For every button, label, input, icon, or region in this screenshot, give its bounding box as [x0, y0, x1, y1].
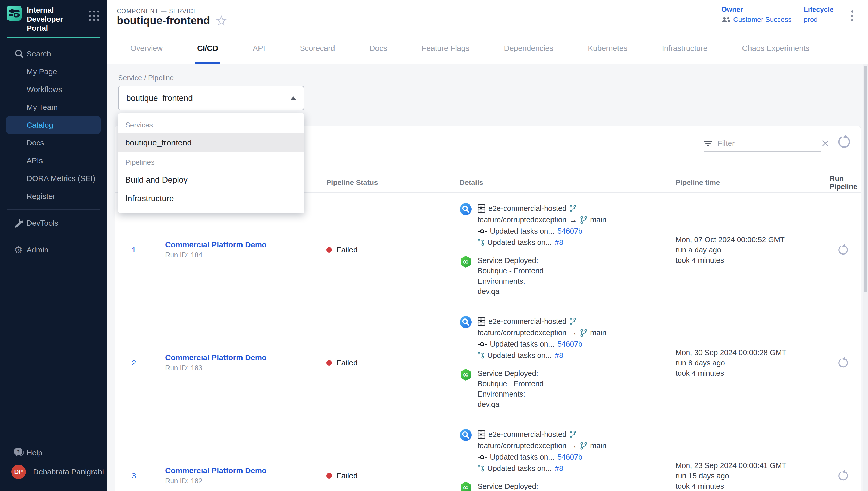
tab-docs[interactable]: Docs: [368, 44, 389, 64]
logo-glyph: [8, 7, 20, 19]
menu-item-infrastructure[interactable]: Infrastructure: [118, 189, 304, 208]
help-chat-icon: ?: [14, 447, 25, 458]
details-cell: e2e-commercial-hosted feature/corruptede…: [460, 429, 676, 491]
status-text: Failed: [337, 358, 358, 367]
refresh-icon[interactable]: [837, 134, 851, 149]
sidebar-item-my-team[interactable]: My Team: [0, 98, 107, 116]
pipeline-link[interactable]: Commercial Platform Demo: [165, 353, 326, 362]
tab-scorecard[interactable]: Scorecard: [298, 44, 337, 64]
col-details: Details: [460, 178, 676, 187]
table-body: 1 Commercial Platform Demo Run ID: 184 F…: [115, 194, 861, 491]
apps-grid-icon[interactable]: [88, 9, 100, 22]
run-pipeline-cell: [830, 357, 861, 369]
time-line: took 4 minutes: [676, 368, 830, 378]
tab-cicd[interactable]: CI/CD: [195, 44, 220, 64]
col-pipeline-status: Pipeline Status: [326, 178, 460, 187]
cicd-content: Service / Pipeline boutique_frontend: [107, 64, 868, 491]
ci-stage-icon: [460, 203, 472, 248]
sidebar-item-my-page[interactable]: My Page: [0, 63, 107, 81]
tab-api[interactable]: API: [251, 44, 267, 64]
menu-item-boutique-frontend[interactable]: boutique_frontend: [118, 133, 304, 152]
menu-item-build-and-deploy[interactable]: Build and Deploy: [118, 170, 304, 189]
rerun-pipeline-icon[interactable]: [837, 470, 849, 482]
run-pipeline-cell: [830, 470, 861, 482]
sidebar-item-docs[interactable]: Docs: [0, 134, 107, 152]
sidebar-item-workflows[interactable]: Workflows: [0, 81, 107, 98]
arrow-glyph: →: [569, 215, 577, 224]
arrow-glyph: →: [569, 441, 577, 450]
tab-overview[interactable]: Overview: [128, 44, 165, 64]
sidebar-item-apis[interactable]: APIs: [0, 152, 107, 169]
tab-infrastructure[interactable]: Infrastructure: [660, 44, 710, 64]
run-id: Run ID: 182: [165, 477, 326, 485]
time-line: took 4 minutes: [676, 255, 830, 265]
user-name: Debabrata Panigrahi: [33, 467, 104, 476]
help-button[interactable]: ? Help: [0, 444, 107, 462]
pr-number-link[interactable]: #8: [555, 351, 563, 360]
pr-message: Updated tasks on...: [487, 464, 552, 473]
rerun-pipeline-icon[interactable]: [837, 244, 849, 256]
deploy-line: Service Deployed:: [477, 482, 544, 491]
tab-dependencies[interactable]: Dependencies: [502, 44, 555, 64]
tab-chaos-experiments[interactable]: Chaos Experiments: [740, 44, 811, 64]
target-branch[interactable]: main: [590, 215, 607, 224]
source-branch[interactable]: feature/corruptedexception: [477, 328, 566, 337]
pipeline-link[interactable]: Commercial Platform Demo: [165, 466, 326, 475]
clear-filter-icon[interactable]: [822, 140, 829, 147]
sidebar: Internal Developer Portal Search M: [0, 0, 107, 491]
commit-sha-link[interactable]: 54607b: [557, 340, 583, 348]
svg-text:∞: ∞: [463, 257, 468, 266]
scrollbar-thumb[interactable]: [864, 65, 867, 292]
target-branch[interactable]: main: [590, 441, 607, 450]
more-options-kebab-icon[interactable]: [849, 9, 855, 23]
vertical-scrollbar[interactable]: [863, 64, 868, 491]
git-branch-icon: [569, 205, 576, 212]
git-branch-icon: [569, 431, 576, 438]
pipeline-link[interactable]: Commercial Platform Demo: [165, 240, 326, 249]
menu-group-services: Services: [118, 117, 304, 133]
pipeline-select[interactable]: boutique_frontend: [118, 86, 304, 110]
cd-stage-icon: ∞: [460, 482, 472, 491]
favorite-star-icon[interactable]: [216, 15, 227, 26]
tab-feature-flags[interactable]: Feature Flags: [420, 44, 471, 64]
tab-kubernetes[interactable]: Kubernetes: [586, 44, 629, 64]
user-menu[interactable]: DP Debabrata Panigrahi: [0, 462, 107, 482]
cd-stage-icon: ∞: [460, 256, 472, 297]
target-branch[interactable]: main: [590, 328, 607, 337]
pipeline-picker-menu: Services boutique_frontend Pipelines Bui…: [118, 113, 304, 213]
filter-input[interactable]: [717, 139, 817, 148]
commit-sha-link[interactable]: 54607b: [557, 227, 583, 235]
repo-name[interactable]: e2e-commercial-hosted: [488, 317, 566, 326]
rerun-pipeline-icon[interactable]: [837, 357, 849, 369]
sidebar-item-catalog[interactable]: Catalog: [6, 116, 100, 134]
time-line: run 8 days ago: [676, 358, 830, 368]
repo-name[interactable]: e2e-commercial-hosted: [488, 430, 566, 439]
commit-sha-link[interactable]: 54607b: [557, 453, 583, 461]
pr-number-link[interactable]: #8: [555, 238, 563, 247]
pr-number-link[interactable]: #8: [555, 464, 563, 473]
time-line: Mon, 30 Sep 2024 00:00:28 GMT: [676, 347, 830, 358]
source-branch[interactable]: feature/corruptedexception: [477, 441, 566, 450]
git-branch-icon: [580, 329, 587, 337]
menu-group-pipelines: Pipelines: [118, 154, 304, 170]
sidebar-item-devtools[interactable]: DevTools: [0, 214, 107, 232]
deploy-line: Boutique - Frontend: [477, 266, 544, 276]
time-line: took 4 minutes: [676, 481, 830, 491]
sidebar-divider: [7, 209, 100, 210]
sidebar-item-admin[interactable]: ⚙ Admin: [0, 241, 107, 259]
portal-title: Internal Developer Portal: [27, 6, 82, 33]
sidebar-item-dora-metrics[interactable]: DORA Metrics (SEI): [0, 169, 107, 187]
sidebar-item-register[interactable]: Register: [0, 187, 107, 205]
repo-name[interactable]: e2e-commercial-hosted: [488, 204, 566, 213]
sidebar-item-search[interactable]: Search: [0, 45, 107, 63]
status-cell: Failed: [326, 471, 460, 480]
svg-text:?: ?: [17, 449, 20, 454]
source-branch[interactable]: feature/corruptedexception: [477, 215, 566, 224]
gear-icon: ⚙: [14, 245, 23, 255]
harness-logo: [7, 6, 22, 21]
pipeline-picker-label: Service / Pipeline: [118, 74, 174, 82]
status-text: Failed: [337, 471, 358, 480]
help-label: Help: [27, 449, 42, 457]
owner-value-link[interactable]: Customer Success: [733, 16, 792, 24]
git-branch-icon: [569, 318, 576, 325]
